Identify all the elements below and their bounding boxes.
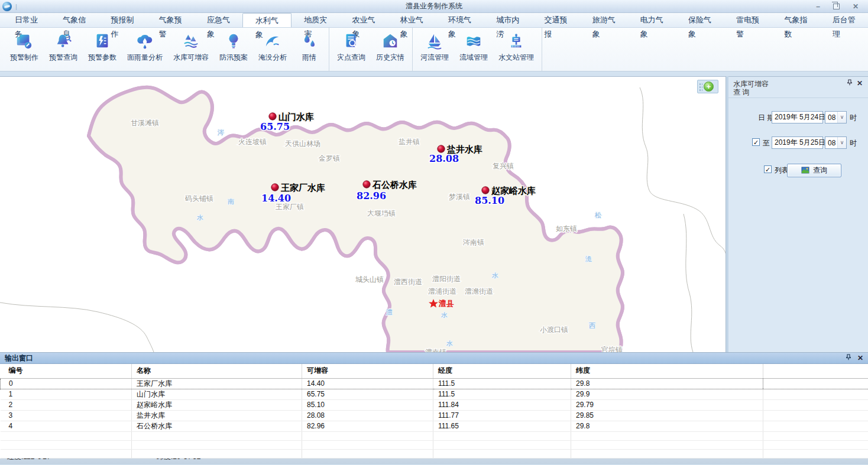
tool-raindrops-button[interactable]: 雨情 [292, 28, 326, 71]
menu-item-7[interactable]: 地质灾害 [292, 13, 339, 27]
map-panel[interactable]: 甘溪滩镇火连坡镇天供山林场金罗镇盐井镇复兴镇码头铺镇王家厂镇大堰垱镇梦溪镇如东镇… [0, 76, 726, 352]
map-label-river: 水 [492, 272, 498, 279]
hour-to-combo[interactable]: 08∨ [825, 136, 847, 149]
column-header[interactable]: 名称 [132, 364, 302, 378]
map-label-river: 松 [595, 212, 601, 219]
query-button-icon [801, 167, 810, 174]
menu-item-8[interactable]: 农业气象 [340, 13, 388, 27]
table-row[interactable]: 0王家厂水库14.40111.529.8 [1, 378, 868, 389]
tool-cloud-drop-button[interactable]: 面雨量分析 [122, 28, 168, 71]
menu-item-13[interactable]: 旅游气象 [580, 13, 628, 27]
table-row[interactable]: 2赵家峪水库85.10111.8429.79 [1, 399, 868, 410]
panel-close-icon[interactable]: ✕ [857, 79, 863, 87]
menu-item-15[interactable]: 保险气象 [676, 13, 724, 27]
table-row[interactable]: 4石公桥水库82.96111.6529.8 [1, 421, 868, 431]
menu-item-3[interactable]: 预报制作 [98, 13, 146, 27]
alert-doc-icon [15, 32, 33, 50]
tool-wave-button[interactable]: 淹没分析 [253, 28, 292, 71]
county-seat-label: 澧县 [438, 299, 454, 308]
restore-button[interactable] [833, 4, 840, 9]
reservoir-marker-icon[interactable] [438, 145, 445, 152]
to-checkbox[interactable]: ✓ [752, 138, 760, 146]
title-bar: | 澧县业务制作系统 – ✕ [0, 0, 868, 13]
tool-alert-doc-button[interactable]: 预警制作 [5, 28, 44, 71]
hour-from-combo[interactable]: 08∨ [825, 111, 847, 123]
reservoir-name-label: 赵家峪水库 [491, 186, 536, 196]
list-checkbox[interactable]: ✓ [764, 165, 772, 173]
menu-item-16[interactable]: 雷电预警 [724, 13, 772, 27]
output-close-icon[interactable]: ✕ [857, 354, 863, 362]
column-header[interactable]: 纬度 [571, 364, 763, 378]
minimize-button[interactable]: – [816, 0, 820, 13]
menu-item-6[interactable]: 水利气象 [242, 13, 292, 27]
reservoir-value-label: 28.08 [429, 153, 459, 164]
output-table[interactable]: 编号名称可增容经度纬度0王家厂水库14.40111.529.81山门水库65.7… [0, 364, 868, 459]
reservoir-marker-icon[interactable] [269, 113, 276, 120]
tool-reservoir-capacity-button[interactable]: 水库可增容 [168, 28, 214, 71]
county-map[interactable]: 甘溪滩镇火连坡镇天供山林场金罗镇盐井镇复兴镇码头铺镇王家厂镇大堰垱镇梦溪镇如东镇… [0, 77, 726, 352]
date-from-combo[interactable]: 2019年 5月24日∨ [772, 111, 823, 123]
reservoir-capacity-icon [182, 32, 200, 50]
menu-item-1[interactable]: 日常业务 [2, 13, 50, 27]
menu-item-9[interactable]: 林业气象 [388, 13, 436, 27]
menu-item-17[interactable]: 气象指数 [772, 13, 820, 27]
menu-bar: 日常业务气象信息预报制作气象预警应急气象水利气象地质灾害农业气象林业气象环境气象… [0, 13, 868, 28]
column-header[interactable]: 经度 [433, 364, 571, 378]
query-button[interactable]: 查询 [787, 164, 841, 177]
pin-icon[interactable] [846, 354, 851, 362]
menu-item-14[interactable]: 电力气象 [628, 13, 676, 27]
list-query-row: ✓ 列表 查询 [728, 164, 868, 177]
tool-waves-button[interactable]: 流域管理 [454, 28, 493, 71]
menu-item-4[interactable]: 气象预警 [147, 13, 195, 27]
close-button[interactable]: ✕ [853, 0, 859, 13]
map-label-town: 盐井镇 [399, 138, 420, 146]
menu-item-5[interactable]: 应急气象 [195, 13, 242, 27]
output-window: 输出窗口 ✕ 编号名称可增容经度纬度0王家厂水库14.40111.529.81山… [0, 352, 868, 448]
menu-item-11[interactable]: 城市内涝 [484, 13, 532, 27]
reservoir-marker-icon[interactable] [482, 187, 489, 194]
cloud-drop-icon [136, 32, 154, 50]
tool-bell-search-button[interactable]: 预警查询 [44, 28, 83, 71]
reservoir-name-label: 王家厂水库 [280, 183, 325, 193]
pin-icon[interactable] [847, 79, 853, 87]
table-row[interactable]: 1山门水库65.75111.529.9 [1, 389, 868, 399]
reservoir-value-label: 85.10 [475, 195, 504, 206]
map-label-river: 水 [197, 214, 203, 221]
menu-item-18[interactable]: 后台管理 [820, 13, 868, 27]
grip-handle-icon[interactable] [699, 83, 702, 91]
map-label-river: 水 [441, 311, 448, 318]
add-layer-button[interactable]: + [704, 82, 714, 92]
map-label-town: 涔南镇 [462, 238, 484, 246]
reservoir-marker-icon[interactable] [271, 184, 278, 191]
menu-item-10[interactable]: 环境气象 [436, 13, 484, 27]
tool-doc-search-button[interactable]: 灾点查询 [332, 28, 371, 71]
column-header[interactable]: 可增容 [302, 364, 433, 378]
tool-sailboat-button[interactable]: 河流管理 [415, 28, 454, 71]
chevron-down-icon[interactable]: ∨ [837, 137, 846, 148]
map-tool-popup: + [697, 80, 718, 93]
bulb-icon [225, 32, 242, 50]
tool-bulb-button[interactable]: 防汛预案 [214, 28, 253, 71]
panel-title-line2: 查 询 [733, 88, 863, 96]
map-label-town: 梦溪镇 [449, 193, 470, 201]
map-label-town: 王家厂镇 [276, 203, 304, 211]
chevron-down-icon[interactable]: ∨ [837, 112, 846, 123]
map-label-town: 火连坡镇 [238, 138, 267, 146]
table-row[interactable]: 3盐井水库28.08111.7729.85 [1, 410, 868, 421]
output-header: 输出窗口 ✕ [0, 353, 868, 364]
tool-doc-lightning-button[interactable]: 预警参数 [83, 28, 122, 71]
map-label-river: 涔 [218, 129, 224, 136]
empty-row [1, 431, 868, 440]
reservoir-marker-icon[interactable] [363, 181, 370, 188]
panel-title-line1: 水库可增容 [733, 80, 863, 88]
menu-item-12[interactable]: 交通预报 [532, 13, 579, 27]
date-to-combo[interactable]: 2019年 5月25日∨ [772, 136, 823, 149]
tool-house-history-button[interactable]: 历史灾情 [371, 28, 410, 71]
tool-hydro-station-button[interactable]: 水文站管理 [493, 28, 539, 71]
map-label-town: 金罗镇 [318, 154, 340, 162]
date-from-row: 日 期 2019年 5月24日∨ 08∨ 时 [728, 111, 868, 124]
reservoir-name-label: 山门水库 [278, 112, 314, 122]
column-header[interactable]: 编号 [1, 364, 132, 378]
map-label-river: 南 [228, 198, 234, 205]
menu-item-2[interactable]: 气象信息 [50, 13, 98, 27]
